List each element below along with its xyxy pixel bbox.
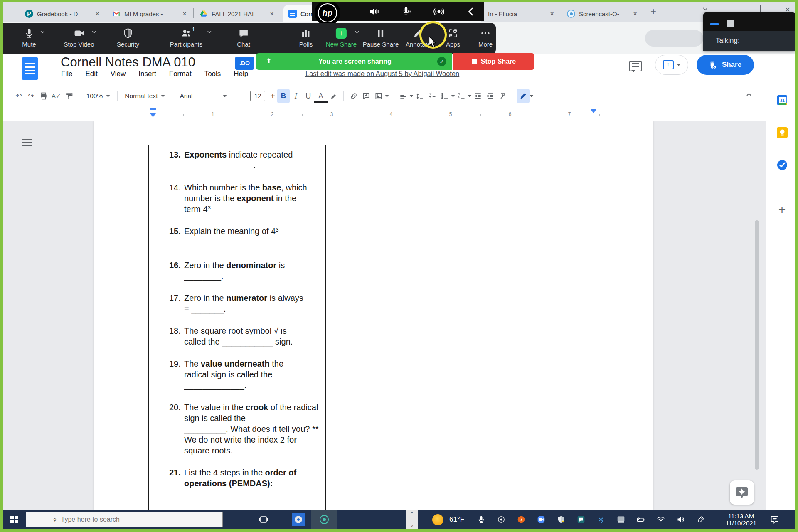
browser-tab[interactable]: Screencast-O-✕ xyxy=(562,5,643,22)
share-button[interactable]: Share xyxy=(697,55,754,75)
start-button[interactable] xyxy=(3,510,25,529)
chevron-up-icon[interactable] xyxy=(207,30,212,34)
comment-history-icon[interactable] xyxy=(629,61,642,71)
tab-close-icon[interactable]: ✕ xyxy=(93,10,101,18)
menu-format[interactable]: Format xyxy=(169,70,192,78)
screencast-app-button[interactable] xyxy=(288,510,308,529)
task-view-button[interactable] xyxy=(254,510,273,529)
pen-tool-button[interactable] xyxy=(517,89,530,103)
numbered-list-icon[interactable] xyxy=(455,89,468,103)
highlight-color-button[interactable] xyxy=(327,89,340,103)
battery-icon[interactable] xyxy=(637,515,645,524)
chat-app-icon[interactable] xyxy=(577,515,585,524)
search-input[interactable] xyxy=(61,516,186,523)
keep-icon[interactable] xyxy=(776,126,788,139)
align-caret-icon[interactable] xyxy=(409,95,414,99)
menu-file[interactable]: File xyxy=(61,70,72,78)
wifi-icon[interactable] xyxy=(657,515,665,524)
zoom-toolbar-new-share[interactable]: ↑New Share xyxy=(326,23,357,54)
tab-close-icon[interactable]: ✕ xyxy=(548,10,556,18)
insert-link-icon[interactable] xyxy=(347,89,360,103)
menu-tools[interactable]: Tools xyxy=(204,70,221,78)
paint-format-icon[interactable] xyxy=(63,89,75,103)
browser-tab[interactable]: In - Ellucia✕ xyxy=(483,5,560,22)
info-tray-icon[interactable]: i xyxy=(517,515,525,524)
clear-formatting-icon[interactable] xyxy=(497,89,509,103)
tab-close-icon[interactable]: ✕ xyxy=(268,10,276,18)
google-docs-icon[interactable] xyxy=(22,57,38,80)
redo-icon[interactable]: ↷ xyxy=(25,89,37,103)
text-color-button[interactable]: A xyxy=(315,89,327,103)
calendar-icon[interactable]: 31 xyxy=(776,94,788,106)
zoom-toolbar-apps[interactable]: Apps xyxy=(446,23,460,54)
bulleted-list-caret-icon[interactable] xyxy=(451,95,455,99)
menu-help[interactable]: Help xyxy=(234,70,248,78)
browser-tab[interactable]: MLM grades -✕ xyxy=(107,5,193,22)
mic-tray-icon[interactable] xyxy=(477,515,485,524)
stop-share-button[interactable]: Stop Share xyxy=(453,53,534,70)
zoom-toolbar-polls[interactable]: Polls xyxy=(299,23,313,54)
pen-icon[interactable] xyxy=(697,515,705,524)
right-indent-marker[interactable] xyxy=(591,109,596,116)
font-select[interactable]: Arial xyxy=(176,92,230,100)
zoom-toolbar-more[interactable]: More xyxy=(478,23,493,54)
numbered-list-caret-icon[interactable] xyxy=(468,95,472,99)
add-comment-icon[interactable] xyxy=(360,89,372,103)
zoom-toolbar-stop-video[interactable]: Stop Video xyxy=(64,23,94,54)
italic-button[interactable]: I xyxy=(290,89,302,103)
zoom-toolbar-mute[interactable]: Mute xyxy=(22,23,36,54)
menu-insert[interactable]: Insert xyxy=(138,70,156,78)
taskbar-search[interactable]: ⌕ xyxy=(26,512,223,527)
decrease-indent-icon[interactable] xyxy=(472,89,484,103)
zoom-select[interactable]: 100% xyxy=(83,92,114,100)
scroll-down-icon[interactable]: ⌄ xyxy=(410,522,414,528)
display-icon[interactable] xyxy=(617,515,625,524)
undo-icon[interactable]: ↶ xyxy=(12,89,25,103)
speaker-icon[interactable] xyxy=(369,6,379,17)
chevron-up-icon[interactable] xyxy=(355,30,360,34)
record-icon[interactable] xyxy=(433,6,444,17)
font-size-field[interactable]: 12 xyxy=(250,91,265,101)
bold-button[interactable]: B xyxy=(277,89,290,103)
spellcheck-icon[interactable]: A✓ xyxy=(50,89,63,103)
bluetooth-icon[interactable] xyxy=(597,515,605,524)
decrease-font-size-button[interactable]: − xyxy=(238,91,247,101)
tab-close-icon[interactable]: ✕ xyxy=(631,10,639,18)
line-spacing-icon[interactable] xyxy=(414,89,426,103)
tab-close-icon[interactable]: ✕ xyxy=(180,10,189,18)
recorder-app-button[interactable] xyxy=(311,510,337,529)
document-title[interactable]: Cornell Notes DMA 010 xyxy=(61,55,195,70)
panel-restore-icon[interactable] xyxy=(727,20,734,27)
record-tray-icon[interactable] xyxy=(497,515,505,524)
taskbar-clock[interactable]: 11:13 AM 11/10/2021 xyxy=(718,510,764,529)
browser-tab[interactable]: PGradebook - D✕ xyxy=(20,5,106,22)
ruler[interactable]: 1234567 xyxy=(0,108,798,121)
explore-button[interactable] xyxy=(730,480,754,505)
zoom-toolbar-security[interactable]: Security xyxy=(117,23,139,54)
volume-icon[interactable] xyxy=(677,515,685,524)
bulleted-list-icon[interactable] xyxy=(438,89,451,103)
zoom-toolbar-chat[interactable]: Chat xyxy=(237,23,250,54)
tray-overflow-scroll[interactable]: ⌃ ⌄ xyxy=(406,510,418,529)
browser-profile-chip[interactable] xyxy=(645,30,703,47)
zoom-app-icon[interactable] xyxy=(537,515,545,524)
add-addon-button[interactable]: + xyxy=(778,204,786,216)
zoom-toolbar-participants[interactable]: Participants1 xyxy=(170,23,202,54)
defender-icon[interactable]: ! xyxy=(557,515,565,524)
print-icon[interactable] xyxy=(37,89,50,103)
left-indent-marker[interactable] xyxy=(150,113,156,120)
insert-image-icon[interactable] xyxy=(372,89,385,103)
panel-minimize-icon[interactable] xyxy=(710,23,719,25)
increase-font-size-button[interactable]: + xyxy=(268,91,277,101)
first-line-indent-marker[interactable] xyxy=(150,108,156,110)
paragraph-style-select[interactable]: Normal text xyxy=(121,92,168,100)
last-edit-link[interactable]: Last edit was made on August 5 by Abigai… xyxy=(305,70,459,78)
tasks-icon[interactable] xyxy=(776,159,788,171)
align-icon[interactable] xyxy=(397,89,409,103)
microphone-icon[interactable] xyxy=(401,6,412,17)
zoom-toolbar-pause-share[interactable]: Pause Share xyxy=(363,23,399,54)
menu-edit[interactable]: Edit xyxy=(85,70,97,78)
chevron-up-icon[interactable] xyxy=(40,30,45,34)
image-caret-icon[interactable] xyxy=(385,95,389,99)
collapse-toolbar-icon[interactable] xyxy=(746,91,752,100)
